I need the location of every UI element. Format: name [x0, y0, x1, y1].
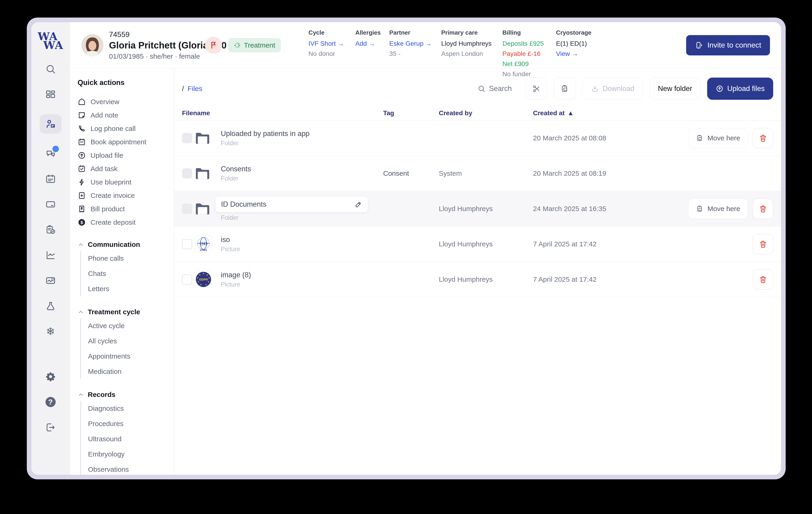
row-checkbox[interactable] — [182, 274, 192, 284]
delete-button[interactable] — [753, 269, 773, 290]
sidebar-item-appointments[interactable]: Appointments — [88, 349, 174, 364]
app-window: WA WA — [31, 22, 781, 475]
sidebar-item-observations[interactable]: Observations — [88, 462, 174, 475]
table-row-consents[interactable]: Consents Folder Consent System 20 March … — [174, 156, 781, 191]
sidebar-item-embryology[interactable]: Embryology — [88, 447, 174, 462]
table-row-iso[interactable]: ISO27001 iso Picture Lloyd Humphreys 7 A… — [174, 226, 781, 262]
sidebar-item-diagnostics[interactable]: Diagnostics — [88, 401, 174, 416]
svg-text:27001: 27001 — [200, 249, 207, 251]
column-filename[interactable]: Filename — [182, 110, 383, 117]
search-button[interactable]: Search — [477, 85, 512, 93]
paste-button[interactable] — [554, 78, 576, 100]
files-main: / Files Search — [174, 68, 781, 475]
column-created-by[interactable]: Created by — [439, 110, 533, 117]
breadcrumb-files[interactable]: Files — [187, 85, 202, 93]
status-badge-label: Treatment — [244, 41, 275, 49]
delete-button[interactable] — [753, 234, 773, 254]
delete-button[interactable] — [753, 128, 773, 148]
new-folder-button[interactable]: New folder — [649, 78, 701, 100]
file-name: iso — [221, 236, 383, 244]
logout-icon[interactable] — [45, 422, 56, 433]
sidebar-item-all-cycles[interactable]: All cycles — [88, 333, 174, 349]
section-treatment-cycle-header[interactable]: Treatment cycle — [78, 307, 174, 317]
download-button[interactable]: Download — [582, 78, 643, 100]
avatar[interactable] — [81, 34, 104, 56]
quick-action-add-note[interactable]: Add note — [78, 109, 174, 122]
trash-icon — [759, 134, 767, 143]
dashboard-icon[interactable] — [45, 89, 56, 100]
quick-action-use-blueprint[interactable]: Use blueprint — [78, 176, 174, 189]
table-row-id-documents[interactable]: ID Documents Folder Lloyd Humphreys 24 M… — [174, 191, 781, 226]
table-row-uploaded-by-patients[interactable]: Uploaded by patients in app Folder 20 Ma… — [174, 121, 781, 156]
upload-files-button[interactable]: Upload files — [707, 78, 773, 100]
help-icon[interactable]: ? — [45, 396, 56, 407]
move-here-button[interactable]: Move here — [688, 199, 748, 219]
chart-icon[interactable] — [45, 250, 56, 261]
section-communication-header[interactable]: Communication — [78, 239, 174, 250]
rename-input[interactable]: ID Documents — [215, 196, 368, 212]
file-name: ID Documents — [221, 200, 266, 209]
settings-gear-icon[interactable] — [45, 371, 56, 382]
quick-action-overview[interactable]: Overview — [78, 95, 174, 109]
svg-text:$: $ — [81, 220, 83, 225]
sidebar-item-letters[interactable]: Letters — [88, 281, 174, 297]
row-checkbox[interactable] — [182, 168, 192, 179]
patient-record-icon-active[interactable] — [40, 114, 61, 134]
cycle-link[interactable]: IVF Short → — [309, 39, 355, 48]
upload-circle-icon — [78, 151, 86, 159]
column-created-at[interactable]: Created at ▲ — [533, 110, 662, 117]
cryostorage-snowflake-icon[interactable]: ❄ — [45, 326, 56, 337]
row-checkbox[interactable] — [182, 204, 192, 214]
quick-action-book-appointment[interactable]: Book appointment — [78, 135, 174, 149]
cut-button[interactable] — [525, 78, 547, 100]
billing-card-icon[interactable] — [45, 199, 56, 210]
sidebar-item-chats[interactable]: Chats — [88, 266, 174, 281]
svg-text:★: ★ — [198, 280, 200, 283]
quick-action-bill-product[interactable]: Bill product — [78, 202, 174, 216]
lab-flask-icon[interactable] — [45, 300, 56, 311]
row-checkbox[interactable] — [182, 133, 192, 143]
sidebar-item-phone-calls[interactable]: Phone calls — [88, 251, 174, 266]
quick-action-create-deposit[interactable]: $ Create deposit — [78, 216, 174, 229]
sidebar-item-procedures[interactable]: Procedures — [88, 416, 174, 431]
flag-button[interactable] — [205, 37, 222, 54]
section-records-header[interactable]: Records — [78, 389, 174, 400]
status-badge: Treatment — [228, 38, 281, 53]
move-here-button[interactable]: Move here — [688, 128, 748, 148]
files-toolbar: / Files Search — [182, 78, 773, 100]
quick-action-add-task[interactable]: Add task — [78, 162, 174, 176]
quick-actions-panel: Quick actions Overview Add note Log phon… — [70, 68, 174, 475]
quick-action-log-phone-call[interactable]: Log phone call — [78, 122, 174, 135]
clipboard-check-icon[interactable] — [45, 224, 56, 235]
cryostorage-view-link[interactable]: View → — [556, 50, 605, 58]
delete-button[interactable] — [753, 199, 773, 219]
download-icon — [591, 85, 599, 93]
note-icon — [78, 111, 86, 119]
search-icon[interactable] — [45, 63, 56, 74]
file-type: Picture — [221, 246, 383, 253]
folder-icon — [195, 202, 210, 215]
chats-icon[interactable] — [45, 148, 56, 159]
invite-to-connect-button[interactable]: Invite to connect — [686, 35, 770, 55]
chevron-up-icon — [78, 309, 84, 315]
section-treatment-cycle: Treatment cycle Active cycle All cycles … — [78, 307, 174, 379]
quick-action-create-invoice[interactable]: Create invoice — [78, 189, 174, 202]
pencil-icon[interactable] — [354, 201, 362, 208]
column-tag[interactable]: Tag — [383, 110, 439, 117]
file-name: image (8) — [221, 271, 383, 279]
allergies-add-link[interactable]: Add → — [355, 39, 389, 48]
calendar-icon — [78, 138, 86, 146]
row-checkbox[interactable] — [182, 239, 192, 249]
breadcrumb: / Files — [182, 85, 202, 93]
monitor-wave-icon[interactable] — [45, 275, 56, 286]
sidebar-item-ultrasound[interactable]: Ultrasound — [88, 431, 174, 447]
treatment-spinner-icon — [234, 42, 241, 49]
partner-link[interactable]: Eske Gerup → — [389, 39, 441, 48]
calendar-icon[interactable] — [45, 173, 56, 184]
table-row-image-8[interactable]: GDPR★★★★★★★★★ image (8) Picture Lloyd Hu… — [174, 262, 781, 297]
sidebar-item-medication[interactable]: Medication — [88, 364, 174, 379]
sidebar-item-active-cycle[interactable]: Active cycle — [88, 318, 174, 333]
deposit-dollar-icon: $ — [78, 218, 86, 226]
file-type: Folder — [221, 175, 383, 182]
quick-action-upload-file[interactable]: Upload file — [78, 149, 174, 162]
